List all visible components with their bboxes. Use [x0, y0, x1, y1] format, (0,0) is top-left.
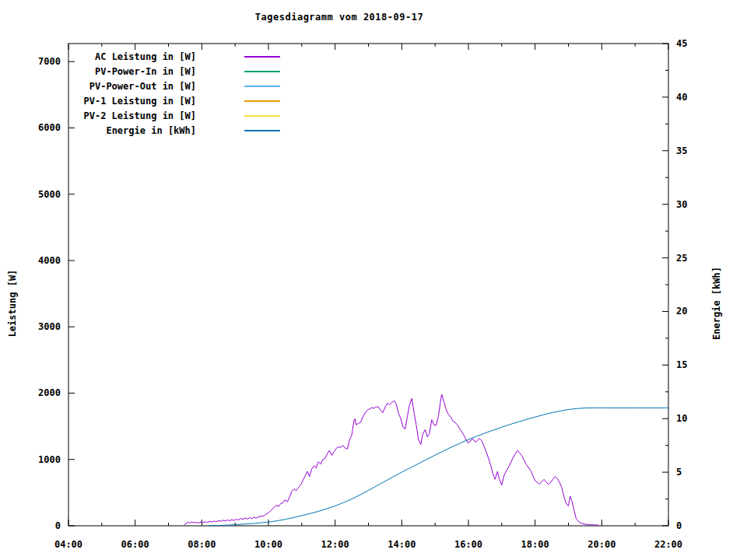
legend-item-label: AC Leistung in [W] [25, 51, 196, 62]
x-tick-label: 06:00 [121, 539, 149, 550]
y-left-tick-label: 2000 [38, 387, 61, 398]
y-right-tick-label: 0 [676, 520, 682, 531]
legend-item-label: PV-2 Leistung in [W] [25, 110, 196, 121]
x-tick-label: 12:00 [321, 539, 349, 550]
legend-item-label: PV-Power-In in [W] [25, 66, 196, 77]
y-left-tick-label: 0 [55, 520, 61, 531]
y-left-tick-label: 4000 [38, 255, 61, 266]
y-right-tick-label: 5 [676, 467, 682, 478]
y-right-tick-label: 35 [676, 145, 687, 156]
chart-page: Tagesdiagramm vom 2018-09-17 Leistung [W… [0, 0, 747, 560]
y-left-tick-label: 5000 [38, 189, 61, 200]
y-left-tick-label: 3000 [38, 321, 61, 332]
legend-item: PV-1 Leistung in [W] [25, 93, 280, 108]
x-tick-label: 14:00 [388, 539, 416, 550]
y-right-tick-label: 25 [676, 253, 687, 264]
y-right-tick-label: 30 [676, 199, 687, 210]
y-right-tick-label: 45 [676, 38, 687, 49]
y-right-tick-label: 10 [676, 413, 687, 424]
x-tick-label: 18:00 [521, 539, 549, 550]
x-tick-label: 08:00 [188, 539, 216, 550]
legend-line-sample [244, 115, 280, 117]
legend-item-label: PV-Power-Out in [W] [25, 81, 196, 92]
legend-item-label: PV-1 Leistung in [W] [25, 96, 196, 107]
x-tick-label: 22:00 [654, 539, 682, 550]
x-tick-label: 04:00 [54, 539, 82, 550]
legend-item: PV-Power-In in [W] [25, 64, 280, 79]
series-energie-line [209, 408, 668, 526]
x-tick-label: 20:00 [587, 539, 615, 550]
y-right-tick-label: 40 [676, 92, 687, 103]
legend-line-sample [244, 100, 280, 102]
y-right-tick-label: 15 [676, 359, 687, 370]
legend-item-label: Energie in [kWh] [25, 125, 196, 136]
legend-line-sample [244, 71, 280, 72]
x-tick-label: 16:00 [454, 539, 482, 550]
x-tick-label: 10:00 [254, 539, 282, 550]
legend-line-sample [244, 86, 280, 87]
legend-item: Energie in [kWh] [25, 123, 280, 138]
legend: AC Leistung in [W]PV-Power-In in [W]PV-P… [25, 49, 280, 138]
legend-line-sample [244, 56, 280, 58]
legend-item: PV-2 Leistung in [W] [25, 108, 280, 123]
legend-line-sample [244, 130, 280, 131]
series-ac-leistung-line [184, 394, 598, 525]
legend-item: AC Leistung in [W] [25, 49, 280, 64]
legend-item: PV-Power-Out in [W] [25, 79, 280, 93]
y-right-tick-label: 20 [676, 306, 687, 317]
y-left-tick-label: 1000 [38, 454, 61, 465]
